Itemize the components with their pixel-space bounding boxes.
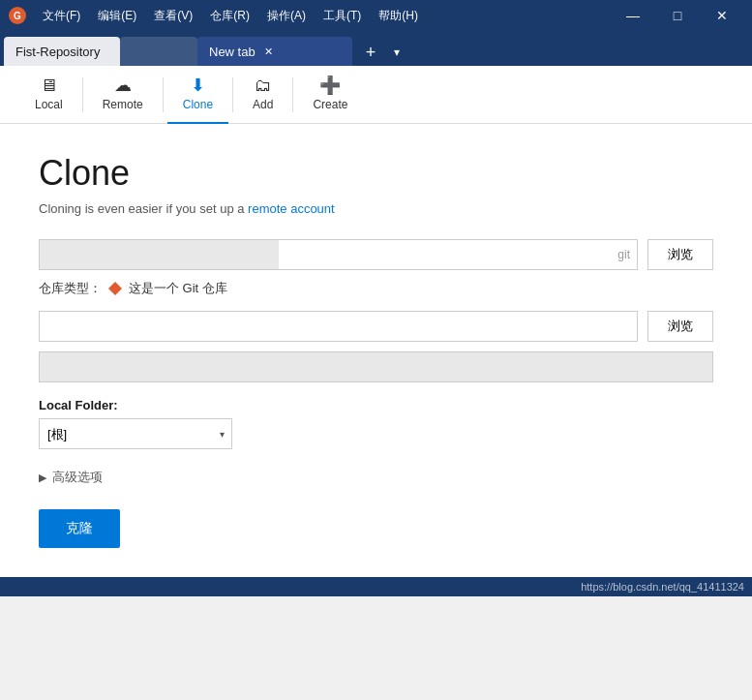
local-icon: 🖥 — [40, 76, 57, 94]
toolbar-add[interactable]: 🗂 Add — [237, 66, 288, 124]
name-input[interactable] — [39, 351, 713, 382]
maximize-button[interactable]: □ — [655, 0, 700, 31]
clone-button[interactable]: 克隆 — [39, 509, 120, 548]
menu-tools[interactable]: 工具(T) — [316, 6, 369, 26]
local-path-row: C:\Users\win10\Documents\ 浏览 — [39, 311, 713, 342]
toolbar-create[interactable]: ➕ Create — [297, 66, 363, 124]
toolbar-remote-label: Remote — [103, 98, 143, 111]
toolbar-create-label: Create — [313, 98, 347, 111]
local-path-input[interactable]: C:\Users\win10\Documents\ — [39, 311, 638, 342]
repo-type-row: 仓库类型： 这是一个 Git 仓库 — [39, 280, 713, 297]
toolbar-local[interactable]: 🖥 Local — [19, 66, 78, 124]
advanced-options-label: 高级选项 — [52, 469, 103, 486]
toolbar-clone-label: Clone — [183, 98, 213, 111]
browse-button-2[interactable]: 浏览 — [647, 311, 713, 342]
url-row: git 浏览 — [39, 239, 713, 270]
toolbar-divider-3 — [232, 77, 233, 112]
menu-view[interactable]: 查看(V) — [146, 6, 200, 26]
subtitle: Cloning is even easier if you set up a r… — [39, 201, 713, 216]
tab-label-new-tab: New tab — [209, 45, 256, 59]
git-diamond-icon — [107, 281, 123, 296]
toolbar-clone[interactable]: ⬇ Clone — [167, 66, 228, 124]
toolbar-divider-4 — [292, 77, 293, 112]
chevron-right-icon: ▶ — [39, 472, 46, 484]
tab-bar: Fist-Repository New tab ✕ + ▾ — [0, 31, 752, 66]
svg-marker-2 — [108, 282, 122, 295]
menu-edit[interactable]: 编辑(E) — [90, 6, 144, 26]
minimize-button[interactable]: — — [611, 0, 655, 31]
add-icon: 🗂 — [255, 76, 272, 94]
remote-icon: ☁ — [114, 76, 132, 94]
svg-text:G: G — [14, 11, 21, 21]
create-icon: ➕ — [319, 76, 341, 94]
local-folder-label: Local Folder: — [39, 398, 713, 412]
name-row — [39, 351, 713, 382]
toolbar-add-label: Add — [253, 98, 273, 111]
title-bar-left: G 文件(F) 编辑(E) 查看(V) 仓库(R) 操作(A) 工具(T) 帮助… — [8, 6, 426, 26]
tab-fist-repository[interactable]: Fist-Repository — [4, 37, 120, 66]
toolbar: 🖥 Local ☁ Remote ⬇ Clone 🗂 Add ➕ Create — [0, 66, 752, 124]
local-folder-select-wrapper: [根] ▾ — [39, 418, 232, 449]
toolbar-divider-1 — [82, 77, 83, 112]
toolbar-local-label: Local — [35, 98, 63, 111]
repo-type-text: 这是一个 Git 仓库 — [129, 280, 227, 297]
toolbar-divider-2 — [163, 77, 164, 112]
advanced-options-row[interactable]: ▶ 高级选项 — [39, 469, 713, 486]
title-bar: G 文件(F) 编辑(E) 查看(V) 仓库(R) 操作(A) 工具(T) 帮助… — [0, 0, 752, 31]
tab-close-new-tab[interactable]: ✕ — [261, 44, 277, 59]
tab-blank[interactable] — [120, 37, 197, 66]
menu-bar: 文件(F) 编辑(E) 查看(V) 仓库(R) 操作(A) 工具(T) 帮助(H… — [35, 6, 426, 26]
local-folder-select[interactable]: [根] — [39, 418, 232, 449]
menu-repo[interactable]: 仓库(R) — [202, 6, 257, 26]
main-content: Clone Cloning is even easier if you set … — [0, 124, 752, 577]
app-icon: G — [8, 6, 27, 25]
menu-ops[interactable]: 操作(A) — [259, 6, 314, 26]
clone-icon: ⬇ — [191, 76, 205, 94]
tab-label-fist-repository: Fist-Repository — [15, 45, 100, 59]
status-text: https://blog.csdn.net/qq_41411324 — [581, 581, 744, 593]
tab-new-tab[interactable]: New tab ✕ — [197, 37, 352, 66]
url-suffix: git — [617, 248, 630, 261]
page-title: Clone — [39, 153, 713, 194]
remote-account-link[interactable]: remote account — [248, 201, 335, 216]
status-bar: https://blog.csdn.net/qq_41411324 — [0, 577, 752, 596]
menu-file[interactable]: 文件(F) — [35, 6, 88, 26]
close-button[interactable]: ✕ — [700, 0, 744, 31]
browse-button-1[interactable]: 浏览 — [647, 239, 713, 270]
toolbar-remote[interactable]: ☁ Remote — [87, 66, 159, 124]
new-tab-button[interactable]: + — [356, 39, 385, 66]
tab-dropdown-button[interactable]: ▾ — [385, 39, 408, 66]
window-controls: — □ ✕ — [611, 0, 744, 31]
menu-help[interactable]: 帮助(H) — [371, 6, 426, 26]
url-input[interactable] — [39, 239, 638, 270]
repo-type-label: 仓库类型： — [39, 280, 102, 297]
subtitle-prefix: Cloning is even easier if you set up a — [39, 201, 248, 216]
url-input-wrapper: git — [39, 239, 638, 270]
